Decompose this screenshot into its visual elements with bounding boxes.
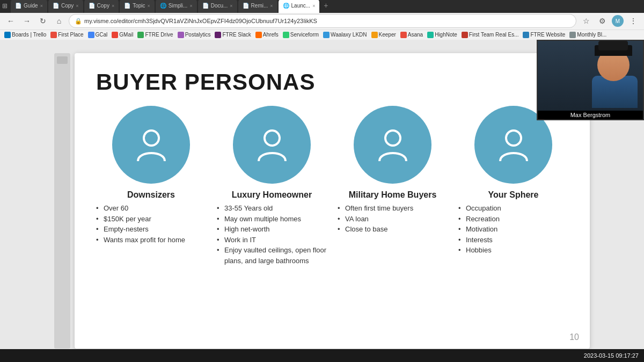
bookmark-gmail[interactable]: GMail <box>112 32 133 38</box>
bullet-item: May own multiple homes <box>217 214 327 225</box>
bullet-item: Wants max profit for home <box>96 235 206 245</box>
tab-remi[interactable]: 📄Remi...× <box>238 0 277 13</box>
bookmark-serviceform[interactable]: Serviceform <box>283 32 319 38</box>
slide-title: BUYER PERSONAS <box>96 69 568 95</box>
persona-bullets-downsizers: Over 60 $150K per year Empty-nesters Wan… <box>96 203 206 245</box>
svg-point-0 <box>144 131 159 146</box>
bookmark-firstplace[interactable]: First Place <box>50 32 83 38</box>
status-bar: 2023-03-15 09:17:27 <box>0 349 644 362</box>
bookmark-monthly[interactable]: Monthly Bl... <box>569 32 606 38</box>
bookmark-highnote[interactable]: HighNote <box>427 32 457 38</box>
webcam-hat-top <box>598 41 628 50</box>
slide-sidebar <box>54 53 70 349</box>
bullet-item: High net-worth <box>217 224 327 235</box>
persona-military: Military Home Buyers Often first time bu… <box>338 106 448 266</box>
persona-avatar-luxury <box>233 106 311 184</box>
profile-avatar[interactable]: M <box>612 15 624 27</box>
new-tab-button[interactable]: + <box>320 0 331 11</box>
tab-copy1[interactable]: 📄Copy× <box>48 0 83 13</box>
webcam-label: Max Bergstrom <box>538 111 643 119</box>
bullet-item: Interests <box>458 235 568 245</box>
bookmarks-bar: Boards | Trello First Place GCal GMail F… <box>0 30 644 40</box>
persona-bullets-sphere: Occupation Recreation Motivation Interes… <box>458 203 568 256</box>
url-text: my.visme.co/editor/cmh3SjdvQVR1aVZiNnJxO… <box>84 18 317 24</box>
bookmark-waalaxy[interactable]: Waalaxy LKDN <box>323 32 367 38</box>
persona-sphere: Your Sphere Occupation Recreation Motiva… <box>458 106 568 266</box>
bullet-item: $150K per year <box>96 214 206 225</box>
bullet-item: Hobbies <box>458 245 568 256</box>
back-button[interactable]: ← <box>4 15 17 27</box>
bullet-item: 33-55 Years old <box>217 203 327 214</box>
persona-name-military: Military Home Buyers <box>349 190 437 200</box>
tab-docu[interactable]: 📄Docu...× <box>198 0 237 13</box>
webcam-overlay: Max Bergstrom <box>537 40 644 120</box>
browser-chrome: ⊞ 📄Guide× 📄Copy× 📄Copy× 📄Topic× 🌐Simpli.… <box>0 0 644 40</box>
sidebar-thumb <box>57 56 68 64</box>
persona-avatar-military <box>354 106 431 184</box>
persona-name-luxury: Luxury Homeowner <box>232 190 312 200</box>
forward-button[interactable]: → <box>20 15 33 27</box>
tab-simpli[interactable]: 🌐Simpli...× <box>156 0 197 13</box>
personas-grid: Downsizers Over 60 $150K per year Empty-… <box>96 106 568 266</box>
tab-bar: ⊞ 📄Guide× 📄Copy× 📄Copy× 📄Topic× 🌐Simpli.… <box>0 0 644 13</box>
bookmark-trello[interactable]: Boards | Trello <box>4 32 46 38</box>
persona-downsizers: Downsizers Over 60 $150K per year Empty-… <box>96 106 206 266</box>
slide-content: BUYER PERSONAS Downsizers Over 60 $150K … <box>75 53 590 349</box>
home-button[interactable]: ⌂ <box>53 15 65 27</box>
bullet-item: Over 60 <box>96 203 206 214</box>
persona-name-sphere: Your Sphere <box>488 190 539 200</box>
menu-button[interactable]: ⋮ <box>627 15 640 27</box>
tab-guide[interactable]: 📄Guide× <box>11 0 47 13</box>
bookmark-ftrewebsite[interactable]: FTRE Website <box>523 32 565 38</box>
bookmark-postalytics[interactable]: Postalytics <box>178 32 211 38</box>
bullet-item: Empty-nesters <box>96 224 206 235</box>
persona-luxury: Luxury Homeowner 33-55 Years old May own… <box>217 106 327 266</box>
reload-button[interactable]: ↻ <box>36 15 49 27</box>
persona-bullets-luxury: 33-55 Years old May own multiple homes H… <box>217 203 327 266</box>
persona-bullets-military: Often first time buyers VA loan Close to… <box>338 203 448 235</box>
bullet-item: Enjoy vaulted ceilings, open floor plans… <box>217 245 327 266</box>
bullet-item: Occupation <box>458 203 568 214</box>
bookmark-asana[interactable]: Asana <box>400 32 423 38</box>
bookmark-keeper[interactable]: Keeper <box>371 32 396 38</box>
bullet-item: Recreation <box>458 214 568 225</box>
nav-bar: ← → ↻ ⌂ 🔒 my.visme.co/editor/cmh3SjdvQVR… <box>0 13 644 30</box>
bookmark-ftredrive[interactable]: FTRE Drive <box>137 32 173 38</box>
address-bar[interactable]: 🔒 my.visme.co/editor/cmh3SjdvQVR1aVZiNnJ… <box>69 14 576 28</box>
tab-topic[interactable]: 📄Topic× <box>120 0 155 13</box>
persona-name-downsizers: Downsizers <box>127 190 175 200</box>
datetime-display: 2023-03-15 09:17:27 <box>584 352 639 359</box>
tab-launch[interactable]: 🌐Launc...× <box>279 0 320 13</box>
webcam-video <box>538 41 643 111</box>
bullet-item: VA loan <box>338 214 448 225</box>
bookmark-ahrefs[interactable]: Ahrefs <box>255 32 279 38</box>
bullet-item: Often first time buyers <box>338 203 448 214</box>
bullet-item: Close to base <box>338 224 448 235</box>
bookmark-firstteam[interactable]: First Team Real Es... <box>462 32 519 38</box>
extensions-button[interactable]: ⚙ <box>596 15 609 27</box>
webcam-name: Max Bergstrom <box>570 112 611 118</box>
svg-point-1 <box>265 131 280 146</box>
bookmark-button[interactable]: ☆ <box>580 15 592 27</box>
slide-page-number: 10 <box>569 332 579 342</box>
persona-avatar-downsizers <box>112 106 190 184</box>
svg-point-3 <box>506 131 521 146</box>
tab-copy2[interactable]: 📄Copy× <box>84 0 119 13</box>
bullet-item: Motivation <box>458 224 568 235</box>
svg-point-2 <box>385 131 400 146</box>
bullet-item: Work in IT <box>217 235 327 245</box>
bookmark-gcal[interactable]: GCal <box>88 32 108 38</box>
bookmark-ftreslack[interactable]: FTRE Slack <box>215 32 251 38</box>
